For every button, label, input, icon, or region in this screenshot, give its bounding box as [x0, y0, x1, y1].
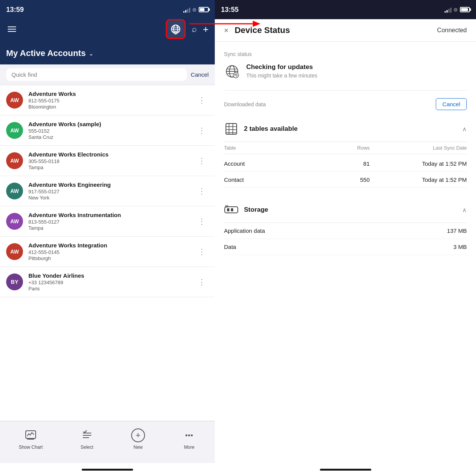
globe-button[interactable]: [166, 19, 186, 39]
storage-left: Storage: [224, 203, 268, 217]
connected-status: Connected: [437, 27, 467, 34]
storage-chevron-up-icon[interactable]: ∧: [462, 206, 467, 214]
storage-label: Storage: [244, 206, 268, 214]
toolbar-new[interactable]: + New: [131, 428, 145, 450]
account-name: Adventure Works (sample): [28, 121, 195, 127]
col-header-table: Table: [224, 145, 321, 151]
cancel-search-button[interactable]: Cancel: [191, 71, 209, 78]
avatar: AW: [6, 122, 23, 139]
account-name: Adventure Works Instrumentation: [28, 212, 195, 218]
account-city: Santa Cruz: [28, 134, 195, 140]
account-phone: 917-555-0127: [28, 189, 195, 194]
account-menu-button[interactable]: ⋮: [195, 276, 209, 288]
right-signal-icon: [445, 7, 451, 13]
new-icon: +: [131, 428, 145, 442]
chevron-up-icon[interactable]: ∧: [462, 125, 467, 133]
account-name: Adventure Works Integration: [28, 242, 195, 249]
table-data-row: Account 81 Today at 1:52 PM: [224, 156, 467, 172]
account-menu-button[interactable]: ⋮: [195, 215, 209, 227]
select-icon: [80, 428, 94, 442]
svg-rect-31: [227, 208, 229, 211]
account-menu-button[interactable]: ⋮: [195, 124, 209, 137]
sync-icon: [224, 63, 240, 79]
toolbar-more[interactable]: More: [182, 428, 196, 450]
right-status-icons: ⌾: [445, 6, 470, 13]
storage-section: Storage ∧ Application data 137 MB Data 3…: [224, 197, 467, 255]
account-item[interactable]: AW Adventure Works Instrumentation 813-5…: [0, 206, 215, 237]
downloaded-header: Downloaded data Cancel: [224, 98, 467, 110]
search-input[interactable]: [6, 68, 187, 81]
toolbar-show-chart[interactable]: Show Chart: [19, 428, 43, 450]
storage-key: Data: [224, 244, 236, 250]
tables-left: 2 tables available: [224, 122, 298, 136]
storage-value: 3 MB: [453, 244, 467, 250]
account-item[interactable]: AW Adventure Works (sample) 555-0152 San…: [0, 115, 215, 146]
sync-section-label: Sync status: [224, 51, 467, 57]
tables-row: 2 tables available ∧: [224, 116, 467, 142]
account-name: Adventure Works Engineering: [28, 181, 195, 188]
hamburger-button[interactable]: [6, 25, 18, 33]
account-phone: 305-555-0118: [28, 158, 195, 164]
account-item[interactable]: AW Adventure Works Integration 412-555-0…: [0, 237, 215, 267]
toolbar-select[interactable]: Select: [80, 428, 94, 450]
table-data-row: Contact 550 Today at 1:52 PM: [224, 172, 467, 188]
account-phone: 412-555-0145: [28, 249, 195, 255]
storage-value: 137 MB: [447, 227, 467, 234]
right-wifi-icon: ⌾: [454, 6, 458, 13]
svg-point-17: [191, 434, 193, 436]
cancel-download-button[interactable]: Cancel: [436, 98, 467, 110]
globe-icon: [170, 24, 181, 35]
account-info: Adventure Works Electronics 305-555-0118…: [28, 151, 195, 170]
account-phone: 813-555-0127: [28, 219, 195, 225]
dropdown-arrow-icon[interactable]: ⌄: [89, 50, 94, 57]
account-phone: 555-0152: [28, 128, 195, 134]
wifi-icon: ⌾: [193, 6, 196, 13]
avatar: AW: [6, 213, 23, 230]
account-city: Pittsburgh: [28, 255, 195, 261]
account-name: Adventure Works: [28, 91, 195, 97]
storage-icon: [224, 203, 239, 217]
account-menu-button[interactable]: ⋮: [195, 245, 209, 258]
account-info: Adventure Works Engineering 917-555-0127…: [28, 181, 195, 201]
account-phone: +33 123456789: [28, 280, 195, 285]
right-home-indicator: [215, 463, 476, 476]
signal-icon: [183, 7, 190, 13]
table-rows: 550: [321, 176, 370, 183]
arrow-indicator: [189, 16, 262, 31]
col-header-sync: Last Sync Date: [370, 145, 467, 151]
table-columns-header: Table Rows Last Sync Date: [224, 142, 467, 154]
left-time: 13:59: [6, 6, 24, 14]
storage-data-row: Application data 137 MB: [224, 223, 467, 239]
account-item[interactable]: BY Blue Yonder Airlines +33 123456789 Pa…: [0, 267, 215, 297]
col-header-rows: Rows: [321, 145, 370, 151]
sync-text: Checking for updates This might take a f…: [246, 63, 317, 79]
account-item[interactable]: AW Adventure Works Electronics 305-555-0…: [0, 146, 215, 176]
account-city: Bloomington: [28, 104, 195, 110]
account-city: Tampa: [28, 225, 195, 231]
account-item[interactable]: AW Adventure Works 812-555-0175 Blooming…: [0, 85, 215, 115]
account-city: New York: [28, 195, 195, 201]
account-menu-button[interactable]: ⋮: [195, 185, 209, 197]
page-title: My Active Accounts: [6, 48, 86, 58]
account-info: Blue Yonder Airlines +33 123456789 Paris: [28, 272, 195, 292]
left-home-indicator: [0, 463, 215, 476]
storage-row: Storage ∧: [224, 197, 467, 223]
account-menu-button[interactable]: ⋮: [195, 94, 209, 106]
table-sync-date: Today at 1:52 PM: [370, 176, 467, 183]
account-menu-button[interactable]: ⋮: [195, 155, 209, 167]
select-label: Select: [81, 445, 93, 450]
right-battery-icon: [460, 7, 470, 12]
downloaded-section: Downloaded data Cancel: [224, 90, 467, 188]
account-name: Blue Yonder Airlines: [28, 272, 195, 279]
search-bar-row: Cancel: [0, 64, 215, 85]
chart-icon: [24, 428, 38, 442]
avatar: AW: [6, 92, 23, 109]
account-info: Adventure Works Instrumentation 813-555-…: [28, 212, 195, 231]
avatar: AW: [6, 243, 23, 260]
avatar: AW: [6, 183, 23, 199]
globe-btn-wrapper: [166, 19, 186, 39]
right-panel: 13:55 ⌾ × Device Status Connected Sync s…: [215, 0, 476, 476]
storage-data-row: Data 3 MB: [224, 239, 467, 255]
account-item[interactable]: AW Adventure Works Engineering 917-555-0…: [0, 176, 215, 206]
storage-key: Application data: [224, 227, 265, 234]
